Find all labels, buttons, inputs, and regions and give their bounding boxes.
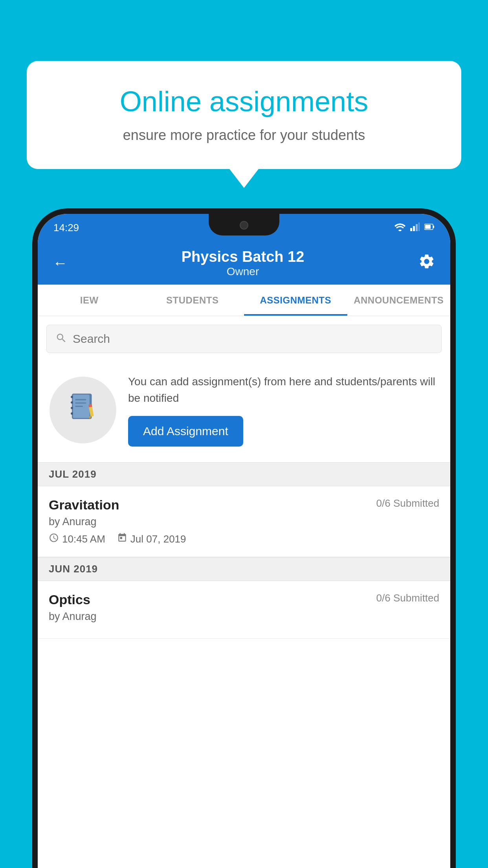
calendar-icon (117, 533, 127, 546)
tab-assignments[interactable]: ASSIGNMENTS (244, 285, 347, 316)
app-bar-title-block: Physics Batch 12 Owner (182, 248, 305, 278)
wifi-icon (394, 223, 405, 233)
app-bar-title: Physics Batch 12 (182, 248, 305, 265)
phone-frame: 14:29 (32, 208, 456, 868)
front-camera (240, 221, 248, 230)
search-input[interactable] (73, 332, 433, 346)
phone-notch (209, 214, 279, 235)
phone-screen: 14:29 (38, 214, 450, 868)
promo-text-block: You can add assignment(s) from here and … (128, 373, 438, 447)
assignment-submitted: 0/6 Submitted (376, 497, 439, 509)
svg-rect-2 (416, 224, 418, 231)
assignment-title: Gravitation (49, 497, 119, 513)
svg-rect-5 (433, 226, 434, 228)
month-header-jun: JUN 2019 (38, 557, 450, 581)
signal-icon (410, 223, 420, 233)
bubble-subtitle: ensure more practice for your students (54, 127, 434, 143)
assignment-author-optics: by Anurag (49, 611, 439, 623)
assignment-date: Jul 07, 2019 (130, 533, 186, 545)
assignment-row-top-optics: Optics 0/6 Submitted (49, 592, 439, 607)
assignment-row-top: Gravitation 0/6 Submitted (49, 497, 439, 513)
svg-rect-15 (75, 406, 83, 407)
content-area: You can add assignment(s) from here and … (38, 316, 450, 868)
settings-icon[interactable] (418, 253, 435, 274)
svg-rect-18 (88, 404, 92, 407)
assignment-time: 10:45 AM (62, 533, 105, 545)
clock-icon (49, 533, 59, 546)
assignment-item-gravitation[interactable]: Gravitation 0/6 Submitted by Anurag 10:4… (38, 486, 450, 557)
svg-rect-0 (410, 228, 412, 231)
assignment-item-optics[interactable]: Optics 0/6 Submitted by Anurag (38, 581, 450, 639)
search-icon (55, 332, 67, 346)
add-assignment-button[interactable]: Add Assignment (128, 416, 243, 447)
status-icons (394, 223, 435, 233)
month-header-jul: JUL 2019 (38, 462, 450, 486)
svg-rect-3 (418, 223, 420, 231)
speech-bubble: Online assignments ensure more practice … (27, 61, 461, 169)
promo-description: You can add assignment(s) from here and … (128, 373, 438, 406)
tab-students[interactable]: STUDENTS (141, 285, 244, 316)
battery-icon (424, 223, 435, 232)
search-bar[interactable] (46, 325, 442, 353)
meta-time: 10:45 AM (49, 533, 105, 546)
svg-rect-1 (413, 226, 415, 231)
assignment-title-optics: Optics (49, 592, 90, 607)
speech-bubble-container: Online assignments ensure more practice … (27, 61, 461, 169)
assignment-submitted-optics: 0/6 Submitted (376, 592, 439, 604)
assignment-author: by Anurag (49, 516, 439, 528)
tabs-bar: IEW STUDENTS ASSIGNMENTS ANNOUNCEMENTS (38, 285, 450, 316)
app-bar-subtitle: Owner (182, 265, 305, 278)
assignment-meta: 10:45 AM Jul 07, 2019 (49, 533, 439, 546)
meta-date: Jul 07, 2019 (117, 533, 186, 546)
tab-announcements[interactable]: ANNOUNCEMENTS (347, 285, 451, 316)
promo-block: You can add assignment(s) from here and … (38, 362, 450, 462)
svg-rect-13 (75, 399, 86, 400)
app-bar: ← Physics Batch 12 Owner (38, 241, 450, 285)
notebook-icon (65, 389, 101, 431)
bubble-title: Online assignments (54, 85, 434, 118)
svg-rect-6 (425, 225, 431, 229)
promo-icon-circle (50, 377, 116, 443)
svg-rect-14 (75, 403, 86, 404)
back-button[interactable]: ← (53, 255, 68, 272)
tab-iew[interactable]: IEW (38, 285, 141, 316)
status-time: 14:29 (53, 222, 79, 234)
